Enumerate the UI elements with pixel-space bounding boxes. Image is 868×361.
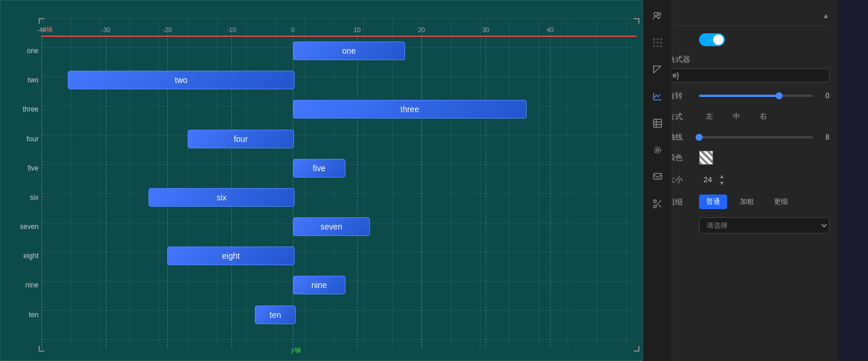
bar-label-two: two <box>1 71 39 89</box>
corner-br <box>634 346 639 352</box>
color-swatch[interactable] <box>699 151 713 165</box>
bar-label-three: three <box>1 100 39 119</box>
corner-bl <box>39 346 44 352</box>
table-icon-btn[interactable] <box>648 113 668 133</box>
chevron-up-icon[interactable]: ▲ <box>822 12 829 20</box>
weight-thin-btn[interactable]: 更细 <box>767 195 795 209</box>
size-down-icon[interactable]: ▼ <box>719 180 725 186</box>
bar-six[interactable]: six <box>148 188 295 207</box>
size-up-icon[interactable]: ▲ <box>719 173 725 179</box>
axis-icon-btn[interactable] <box>648 60 668 79</box>
svg-rect-13 <box>653 119 662 127</box>
rotation-track[interactable] <box>699 95 813 97</box>
vline-30p <box>486 36 486 349</box>
properties-panel: 标签 ▲ 显示 内容格式器 字体旋转 0 对齐方式 左 中 右 距离轴线 <box>643 0 839 361</box>
weight-row: 字体粗细 普通 加粗 更细 <box>652 195 829 209</box>
svg-point-1 <box>658 13 660 16</box>
distance-track[interactable] <box>699 136 813 138</box>
tick-20: -20 <box>162 26 172 33</box>
bar-one[interactable]: one <box>293 41 405 60</box>
svg-point-18 <box>654 147 660 154</box>
vline-40 <box>42 36 42 349</box>
align-right-btn[interactable]: 右 <box>753 109 774 124</box>
tick-40: -40 <box>37 26 46 33</box>
distance-thumb[interactable] <box>696 134 703 141</box>
bar-label-four: four <box>1 130 39 148</box>
font-select[interactable]: 请选择 <box>699 217 829 234</box>
formatter-row: 内容格式器 <box>652 54 829 82</box>
bar-label-ten: ten <box>1 306 39 324</box>
bar-eight[interactable]: eight <box>167 247 295 265</box>
svg-rect-4 <box>660 39 662 40</box>
bar-label-six: six <box>1 188 39 207</box>
bar-four[interactable]: four <box>188 130 294 148</box>
rotation-value: 0 <box>818 92 829 100</box>
vline-10p <box>357 36 358 349</box>
size-row: 字体大小 24 ▲ ▼ <box>652 173 829 186</box>
svg-point-20 <box>653 200 656 203</box>
svg-rect-10 <box>660 46 662 47</box>
scissors-icon-btn[interactable] <box>648 194 668 214</box>
distance-row: 距离轴线 8 <box>652 132 829 143</box>
tick-20p: 20 <box>418 26 425 33</box>
svg-rect-6 <box>656 42 658 44</box>
tick-10: -10 <box>227 26 236 33</box>
bar-label-seven: seven <box>1 217 39 236</box>
rotation-fill <box>699 95 779 97</box>
bar-nine[interactable]: nine <box>293 276 345 294</box>
section-header: 标签 ▲ <box>652 6 829 26</box>
tick-40p: 40 <box>547 26 554 33</box>
size-value: 24 <box>699 175 717 184</box>
vline-40p <box>550 36 551 349</box>
svg-rect-5 <box>653 42 655 44</box>
weight-normal-btn[interactable]: 普通 <box>699 195 727 209</box>
align-left-btn[interactable]: 左 <box>699 109 720 124</box>
users-icon-btn[interactable] <box>648 6 668 26</box>
chart-line-icon-btn[interactable] <box>648 86 668 106</box>
rotation-thumb[interactable] <box>776 92 783 99</box>
chart-area: x轴 y轴 -40 -30 -20 -10 0 10 20 30 40 one … <box>0 0 643 361</box>
x-axis-line <box>42 36 637 37</box>
chart-grid <box>42 18 637 349</box>
bar-label-five: five <box>1 159 39 178</box>
svg-rect-3 <box>656 39 658 40</box>
svg-rect-8 <box>653 46 655 47</box>
svg-point-0 <box>654 12 658 16</box>
display-row: 显示 <box>652 33 829 46</box>
distance-slider-container: 8 <box>699 133 829 141</box>
icons-strip <box>643 0 672 361</box>
svg-rect-2 <box>653 39 655 40</box>
align-center-btn[interactable]: 中 <box>726 109 747 124</box>
svg-point-17 <box>656 149 659 152</box>
bar-label-one: one <box>1 41 39 60</box>
svg-point-21 <box>653 205 656 208</box>
size-stepper-buttons[interactable]: ▲ ▼ <box>719 173 725 186</box>
size-stepper: 24 ▲ ▼ <box>699 173 725 186</box>
formatter-input[interactable] <box>652 68 829 82</box>
rotation-slider-container: 0 <box>699 92 829 100</box>
display-toggle[interactable] <box>699 33 725 46</box>
corner-tl <box>39 18 44 24</box>
color-row: 字体颜色 <box>652 151 829 165</box>
eye-icon-btn[interactable] <box>648 140 668 160</box>
svg-line-11 <box>653 66 661 73</box>
tick-30p: 30 <box>482 26 489 33</box>
svg-rect-19 <box>653 173 662 179</box>
bar-seven[interactable]: seven <box>293 217 370 236</box>
bar-ten[interactable]: ten <box>255 306 296 324</box>
font-row: 字体 请选择 <box>652 217 829 234</box>
weight-bold-btn[interactable]: 加粗 <box>733 195 761 209</box>
tick-0: 0 <box>291 26 295 33</box>
svg-rect-7 <box>660 42 662 44</box>
bar-two[interactable]: two <box>68 71 295 89</box>
svg-line-23 <box>658 205 660 207</box>
bar-label-eight: eight <box>1 247 39 265</box>
bar-five[interactable]: five <box>293 159 345 178</box>
rotation-row: 字体旋转 0 <box>652 91 829 101</box>
bar-three[interactable]: three <box>293 100 527 119</box>
message-icon-btn[interactable] <box>648 167 668 187</box>
pattern-icon-btn[interactable] <box>648 33 668 53</box>
align-row: 对齐方式 左 中 右 <box>652 109 829 124</box>
tick-30: -30 <box>101 26 110 33</box>
distance-value: 8 <box>818 133 829 141</box>
